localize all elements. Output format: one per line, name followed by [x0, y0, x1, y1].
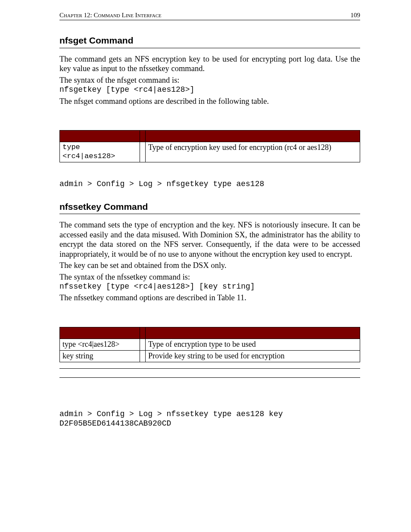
nfsget-syntax-code: nfsgetkey [type <rc4|aes128>] [59, 85, 360, 95]
page-number: 109 [351, 11, 361, 19]
chapter-label: Chapter 12: Command Line Interface [59, 11, 162, 19]
table-row: type <rc4|aes128> Type of encryption key… [60, 142, 360, 162]
nfsget-options-table: type <rc4|aes128> Type of encryption key… [59, 130, 360, 162]
divider-rule [59, 368, 360, 378]
nfsget-syntax-intro: The syntax of the nfsget command is: [59, 75, 360, 85]
nfssetkey-options-intro: The nfssetkey command options are descri… [59, 293, 360, 303]
nfssetkey-syntax-intro: The syntax of the nfssetkey command is: [59, 272, 360, 282]
nfssetkey-description: The command sets the type of encryption … [59, 220, 360, 259]
desc-cell: Type of encryption type to be used [146, 339, 360, 351]
desc-cell: Type of encryption key used for encrypti… [146, 142, 360, 162]
table-row: key string Provide key string to be used… [60, 350, 360, 362]
nfssetkey-example: admin > Config > Log > nfssetkey type ae… [59, 410, 360, 429]
nfsget-options-intro: The nfsget command options are described… [59, 96, 360, 106]
section-heading-nfsget: nfsget Command [59, 35, 360, 48]
option-cell: key string [60, 350, 140, 362]
nfsget-description: The command gets an NFS encryption key t… [59, 54, 360, 74]
nfsget-example: admin > Config > Log > nfsgetkey type ae… [59, 180, 360, 189]
nfssetkey-syntax-code: nfssetkey [type <rc4|aes128>] [key strin… [59, 282, 360, 292]
desc-cell: Provide key string to be used for encryp… [146, 350, 360, 362]
running-header: Chapter 12: Command Line Interface 109 [59, 11, 360, 20]
section-heading-nfssetkey: nfssetkey Command [59, 201, 360, 215]
nfssetkey-para2: The key can be set and obtained from the… [59, 261, 360, 271]
option-cell: type <rc4|aes128> [60, 142, 140, 162]
table-row: type <rc4|aes128> Type of encryption typ… [60, 339, 360, 351]
option-cell: type <rc4|aes128> [60, 339, 140, 351]
nfssetkey-options-table: type <rc4|aes128> Type of encryption typ… [59, 327, 360, 362]
